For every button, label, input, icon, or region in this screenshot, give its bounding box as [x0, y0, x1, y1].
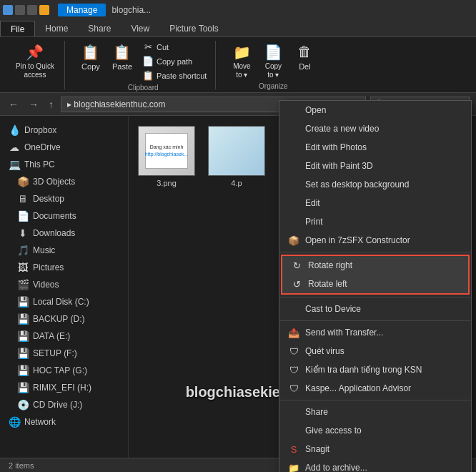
back-button[interactable]: ←	[6, 97, 21, 112]
delete-button[interactable]: 🗑 Del	[290, 41, 319, 81]
sidebar-label-disk-c: Local Disk (C:)	[33, 297, 89, 307]
up-button[interactable]: ↑	[46, 97, 56, 112]
sidebar-item-music[interactable]: 🎵 Music	[0, 242, 128, 259]
ctx-send-transfer[interactable]: 📤 Send with Transfer...	[279, 323, 471, 342]
title-bar: Manage blogchia...	[0, 0, 476, 20]
sidebar-item-documents[interactable]: 📄 Documents	[0, 207, 128, 225]
file-item-3png[interactable]: Đang xác minhhttp://blogchiasek... 3.png	[134, 122, 199, 192]
ctx-scan-virus-label: Quét virus	[305, 346, 344, 356]
tab-share[interactable]: Share	[78, 21, 121, 36]
ctx-set-desktop[interactable]: Set as desktop background	[279, 175, 471, 194]
move-to-icon: 📁	[232, 42, 252, 62]
documents-icon: 📄	[17, 210, 29, 222]
sidebar-item-network[interactable]: 🌐 Network	[0, 413, 128, 431]
ctx-edit-photos-label: Edit with Photos	[305, 142, 367, 152]
thispc-icon: 💻	[9, 159, 20, 170]
sidebar-label-documents: Documents	[33, 211, 76, 221]
ctx-rotate-right[interactable]: ↻ Rotate right	[282, 256, 468, 275]
sidebar-item-backup-d[interactable]: 💾 BACKUP (D:)	[0, 310, 128, 328]
ctx-kaspersky[interactable]: 🛡 Kaspe... Application Advisor	[279, 379, 471, 398]
ctx-snagit[interactable]: S Snagit	[279, 440, 471, 458]
videos-icon: 🎬	[17, 279, 29, 290]
ctx-edit-paint3d-label: Edit with Paint 3D	[305, 161, 373, 171]
ctx-add-archive-label: Add to archive...	[305, 463, 367, 472]
ctx-create-video-label: Create a new video	[305, 124, 379, 134]
ctx-set-desktop-icon	[288, 179, 299, 190]
pin-icon: 📌	[25, 42, 45, 62]
pin-to-quick-access-button[interactable]: 📌 Pin to Quickaccess	[11, 41, 59, 81]
ctx-separator-4	[279, 400, 471, 400]
sidebar-item-data-e[interactable]: 💾 DATA (E:)	[0, 328, 128, 345]
sidebar-item-rimix-h[interactable]: 💾 RIMIX_EFI (H:)	[0, 379, 128, 396]
sidebar-item-downloads[interactable]: ⬇ Downloads	[0, 225, 128, 242]
sidebar-label-dropbox: Dropbox	[24, 125, 56, 135]
path-text: ▸ blogchiasekienthuc.com	[67, 99, 165, 109]
onedrive-icon: ☁	[9, 142, 20, 153]
tab-picture-tools[interactable]: Picture Tools	[159, 21, 228, 36]
ctx-ksn[interactable]: 🛡 Kiểm tra danh tiếng trong KSN	[279, 360, 471, 379]
ctx-7zsfx[interactable]: 📦 Open in 7zSFX Constructor	[279, 231, 471, 250]
paste-shortcut-icon: 📋	[142, 70, 154, 82]
paste-shortcut-button[interactable]: 📋 Paste shortcut	[139, 69, 209, 82]
copy-path-button[interactable]: 📄 Copy path	[139, 55, 209, 68]
ctx-give-access-label: Give access to	[305, 426, 362, 436]
sidebar-label-backup-d: BACKUP (D:)	[33, 314, 84, 324]
thumbnail-image-3: Đang xác minhhttp://blogchiasek...	[139, 127, 194, 175]
ctx-rotate-left[interactable]: ↺ Rotate left	[282, 275, 468, 293]
ctx-print-icon	[288, 216, 299, 227]
sidebar-label-3dobjects: 3D Objects	[33, 177, 75, 187]
cut-button[interactable]: ✂ Cut	[139, 41, 209, 54]
sidebar-item-3dobjects[interactable]: 📦 3D Objects	[0, 173, 128, 190]
cut-icon: ✂	[142, 41, 154, 53]
ctx-give-access[interactable]: Give access to	[279, 421, 471, 440]
paste-button[interactable]: 📋 Paste	[108, 41, 137, 72]
tab-file[interactable]: File	[0, 21, 35, 36]
sidebar-item-hoc-tap-g[interactable]: 💾 HOC TAP (G:)	[0, 362, 128, 379]
copy-to-button[interactable]: 📄 Copyto ▾	[259, 41, 287, 81]
sidebar-item-dropbox[interactable]: 💧 Dropbox	[0, 122, 128, 139]
ctx-share[interactable]: Share	[279, 403, 471, 421]
sidebar-label-desktop: Desktop	[33, 194, 64, 204]
manage-tab[interactable]: Manage	[58, 4, 106, 16]
tab-view[interactable]: View	[121, 21, 159, 36]
file-item-4p[interactable]: 4.p	[204, 122, 269, 192]
data-e-icon: 💾	[17, 330, 29, 342]
ctx-add-archive[interactable]: 📁 Add to archive...	[279, 458, 471, 472]
sidebar-label-downloads: Downloads	[33, 228, 75, 238]
sidebar-item-local-disk-c[interactable]: 💾 Local Disk (C:)	[0, 293, 128, 310]
sidebar-item-pictures[interactable]: 🖼 Pictures	[0, 259, 128, 276]
ctx-edit-photos[interactable]: Edit with Photos	[279, 138, 471, 157]
copy-label: Copy	[81, 62, 100, 71]
ctx-edit[interactable]: Edit	[279, 194, 471, 212]
sidebar-item-setup-f[interactable]: 💾 SETUP (F:)	[0, 345, 128, 362]
sidebar-item-desktop[interactable]: 🖥 Desktop	[0, 190, 128, 207]
network-icon: 🌐	[9, 416, 20, 428]
ctx-print[interactable]: Print	[279, 212, 471, 231]
folder-icon	[39, 5, 49, 15]
forward-button[interactable]: →	[26, 97, 41, 112]
copy-button[interactable]: 📋 Copy	[76, 41, 105, 72]
ctx-scan-virus[interactable]: 🛡 Quét virus	[279, 342, 471, 360]
ctx-create-video[interactable]: Create a new video	[279, 119, 471, 138]
ctx-share-icon	[288, 406, 299, 418]
ctx-give-access-icon	[288, 425, 299, 436]
ctx-open[interactable]: Open	[279, 101, 471, 119]
sidebar-item-onedrive[interactable]: ☁ OneDrive	[0, 139, 128, 156]
tab-home[interactable]: Home	[35, 21, 78, 36]
delete-icon: 🗑	[294, 42, 314, 62]
sidebar-item-thispc[interactable]: 💻 This PC	[0, 156, 128, 173]
ctx-edit-paint3d[interactable]: Edit with Paint 3D	[279, 157, 471, 175]
ctx-cast[interactable]: Cast to Device	[279, 300, 471, 318]
sidebar-label-onedrive: OneDrive	[24, 142, 61, 152]
ctx-share-label: Share	[305, 407, 328, 417]
ctx-rotate-left-label: Rotate left	[308, 279, 347, 289]
sidebar-item-cd-drive-j[interactable]: 💿 CD Drive (J:)	[0, 396, 128, 413]
ctx-open-icon	[288, 104, 299, 116]
ctx-send-transfer-icon: 📤	[288, 327, 299, 338]
move-to-button[interactable]: 📁 Moveto ▾	[227, 41, 256, 81]
sidebar-label-cd-drive-j: CD Drive (J:)	[33, 400, 82, 410]
copy-icon: 📋	[81, 42, 101, 62]
ctx-edit-paint3d-icon	[288, 160, 299, 172]
sidebar-item-videos[interactable]: 🎬 Videos	[0, 276, 128, 293]
thumbnail-image-4	[209, 127, 264, 175]
